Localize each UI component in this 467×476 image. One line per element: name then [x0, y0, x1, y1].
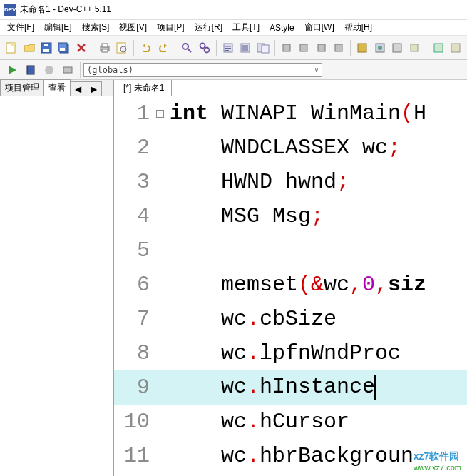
svg-rect-7	[60, 48, 65, 51]
menu-file[interactable]: 文件[F]	[3, 20, 39, 35]
toolbar-b-icon[interactable]	[372, 40, 386, 56]
fold-gutter: −	[155, 96, 165, 131]
svg-point-31	[378, 46, 382, 50]
menu-help[interactable]: 帮助[H]	[340, 20, 376, 35]
code-text: WNDCLASSEX wc;	[165, 136, 401, 160]
fold-toggle-icon[interactable]: −	[156, 110, 164, 118]
code-line[interactable]: 10 wc.hCursor	[114, 405, 467, 439]
save-icon[interactable]	[39, 40, 53, 56]
svg-rect-18	[225, 46, 231, 47]
toolbar-main	[0, 36, 467, 60]
svg-rect-33	[411, 44, 418, 51]
code-line[interactable]: 7 wc.cbSize	[114, 302, 467, 336]
svg-rect-26	[300, 44, 307, 51]
window-title: 未命名1 - Dev-C++ 5.11	[20, 4, 111, 16]
fold-gutter	[155, 165, 165, 199]
debug-into-icon[interactable]	[314, 40, 328, 56]
replace-icon[interactable]	[197, 40, 211, 56]
separator	[216, 40, 217, 56]
sidebar-nav-right[interactable]: ▶	[86, 81, 102, 96]
separator	[80, 62, 81, 78]
code-line[interactable]: 8 wc.lpfnWndProc	[114, 336, 467, 370]
fold-gutter	[155, 336, 165, 370]
fold-gutter	[155, 199, 165, 233]
code-line[interactable]: 11 wc.hbrBackgroun	[114, 439, 467, 473]
code-line[interactable]: 3 HWND hwnd;	[114, 165, 467, 199]
svg-point-16	[204, 47, 209, 52]
menu-tools[interactable]: 工具[T]	[228, 20, 264, 35]
svg-rect-24	[262, 45, 269, 53]
redo-icon[interactable]	[156, 40, 170, 56]
svg-rect-25	[283, 44, 290, 51]
svg-rect-35	[451, 44, 460, 52]
menu-project[interactable]: 项目[P]	[153, 20, 189, 35]
line-number: 3	[114, 170, 155, 194]
menu-edit[interactable]: 编辑[E]	[40, 20, 76, 35]
main-area: 项目管理 查看 ◀ ▶ [*] 未命名1 1−int WINAPI WinMai…	[0, 80, 467, 476]
new-file-icon[interactable]	[4, 40, 19, 56]
compile-run-icon[interactable]	[255, 40, 270, 56]
debug-book-icon[interactable]	[23, 62, 39, 78]
menu-view[interactable]: 视图[V]	[115, 20, 151, 35]
code-text: wc.hInstance	[165, 375, 376, 400]
menu-search[interactable]: 搜索[S]	[78, 20, 114, 35]
debug-step-icon[interactable]	[279, 40, 294, 56]
menu-window[interactable]: 窗口[W]	[300, 20, 339, 35]
globals-combo[interactable]: (globals) ∨	[83, 63, 322, 77]
editor-tabs: [*] 未命名1	[114, 80, 467, 96]
sidebar-content	[0, 96, 113, 476]
run-icon[interactable]	[238, 40, 252, 56]
code-text: wc.cbSize	[165, 307, 337, 331]
line-number: 11	[114, 444, 155, 468]
app-icon: DEV	[4, 4, 16, 16]
code-editor[interactable]: 1−int WINAPI WinMain(H2 WNDCLASSEX wc;3 …	[114, 96, 467, 476]
code-line[interactable]: 9 wc.hInstance	[114, 370, 467, 405]
code-line[interactable]: 1−int WINAPI WinMain(H	[114, 96, 467, 131]
editor-tab-file1[interactable]: [*] 未命名1	[116, 80, 172, 96]
toolbar-c-icon[interactable]	[390, 40, 404, 56]
menu-run[interactable]: 运行[R]	[190, 20, 227, 35]
code-text: HWND hwnd;	[165, 170, 349, 194]
goto-icon[interactable]	[431, 40, 445, 56]
properties-icon[interactable]	[115, 40, 129, 56]
bookmark-icon[interactable]	[448, 40, 463, 56]
undo-icon[interactable]	[138, 40, 153, 56]
sidebar-nav-left[interactable]: ◀	[70, 81, 86, 96]
open-file-icon[interactable]	[21, 40, 36, 56]
code-line[interactable]: 2 WNDCLASSEX wc;	[114, 131, 467, 165]
line-number: 9	[114, 375, 155, 400]
fold-gutter	[155, 268, 165, 302]
svg-point-37	[45, 66, 53, 74]
compile-icon[interactable]	[221, 40, 235, 56]
code-line[interactable]: 5	[114, 233, 467, 268]
menu-astyle[interactable]: AStyle	[265, 21, 299, 34]
svg-rect-9	[102, 44, 108, 47]
debug-over-icon[interactable]	[297, 40, 311, 56]
svg-rect-38	[63, 67, 72, 73]
toolbar-a-icon[interactable]	[355, 40, 369, 56]
run-play-icon[interactable]	[4, 62, 20, 78]
fold-gutter	[155, 370, 165, 405]
svg-rect-32	[393, 44, 401, 52]
sidebar-tab-view[interactable]: 查看	[43, 79, 71, 96]
sidebar-tab-project[interactable]: 项目管理	[0, 79, 44, 96]
save-all-icon[interactable]	[56, 40, 71, 56]
svg-rect-19	[225, 48, 231, 49]
debug-toggle-icon[interactable]	[60, 62, 76, 78]
svg-rect-4	[44, 44, 48, 46]
code-text: wc.hbrBackgroun	[165, 444, 414, 468]
editor-area: [*] 未命名1 1−int WINAPI WinMain(H2 WNDCLAS…	[114, 80, 467, 476]
debug-out-icon[interactable]	[332, 40, 346, 56]
print-icon[interactable]	[98, 40, 112, 56]
code-line[interactable]: 4 MSG Msg;	[114, 199, 467, 233]
separator	[93, 40, 93, 56]
code-text: wc.hCursor	[165, 410, 349, 434]
close-icon[interactable]	[73, 40, 88, 56]
toolbar-d-icon[interactable]	[407, 40, 421, 56]
code-line[interactable]: 6 memset(&wc,0,siz	[114, 268, 467, 302]
code-text: int WINAPI WinMain(H	[165, 101, 426, 126]
find-icon[interactable]	[180, 40, 194, 56]
line-number: 2	[114, 136, 155, 160]
svg-rect-34	[434, 44, 443, 52]
stop-icon[interactable]	[41, 62, 57, 78]
